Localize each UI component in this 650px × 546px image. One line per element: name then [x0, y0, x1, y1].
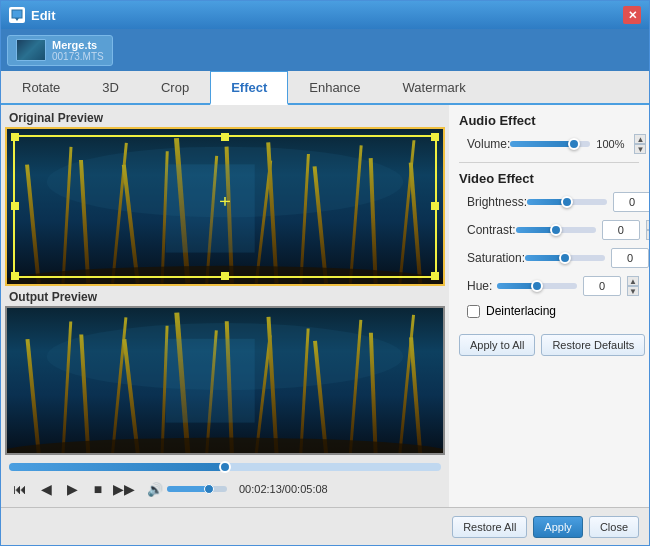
contrast-label: Contrast:	[467, 223, 516, 237]
output-preview-label: Output Preview	[5, 288, 445, 306]
next-frame-button[interactable]: ▶▶	[113, 479, 135, 499]
svg-rect-21	[166, 164, 255, 252]
volume-slider-thumb	[568, 138, 580, 150]
original-preview	[5, 127, 445, 286]
hue-label: Hue:	[467, 279, 497, 293]
hue-thumb	[531, 280, 543, 292]
contrast-down[interactable]: ▼	[646, 230, 649, 240]
file-bar: Merge.ts 00173.MTS	[1, 29, 649, 71]
hue-spinbox[interactable]: ▲ ▼	[627, 276, 639, 296]
volume-down[interactable]: ▼	[634, 144, 646, 154]
hue-down[interactable]: ▼	[627, 286, 639, 296]
apply-to-all-button[interactable]: Apply to All	[459, 334, 535, 356]
tab-rotate[interactable]: Rotate	[1, 71, 81, 105]
stop-button[interactable]: ■	[87, 479, 109, 499]
hue-up[interactable]: ▲	[627, 276, 639, 286]
volume-thumb	[204, 484, 214, 494]
video-effect-title: Video Effect	[459, 171, 639, 186]
saturation-row: Saturation: 0 ▲ ▼	[459, 248, 639, 268]
tab-effect[interactable]: Effect	[210, 71, 288, 105]
close-button[interactable]: ✕	[623, 6, 641, 24]
hue-row: Hue: 0 ▲ ▼	[459, 276, 639, 296]
window-title: Edit	[31, 8, 623, 23]
preview-panel: Original Preview	[1, 105, 449, 507]
saturation-input[interactable]: 0	[611, 248, 649, 268]
hue-input[interactable]: 0	[583, 276, 621, 296]
volume-row: Volume: 100% ▲ ▼	[459, 134, 639, 154]
controls-bar: ⏮ ◀ ▶ ■ ▶▶ 🔊 00:02:13/00:05:08	[5, 475, 445, 503]
tab-enhance[interactable]: Enhance	[288, 71, 381, 105]
svg-marker-1	[15, 18, 19, 21]
prev-frame-button[interactable]: ◀	[35, 479, 57, 499]
file-item[interactable]: Merge.ts 00173.MTS	[7, 35, 113, 66]
tab-bar: Rotate 3D Crop Effect Enhance Watermark	[1, 71, 649, 105]
tab-crop[interactable]: Crop	[140, 71, 210, 105]
svg-rect-0	[12, 10, 22, 18]
contrast-thumb	[550, 224, 562, 236]
svg-rect-44	[166, 338, 255, 422]
right-panel: Audio Effect Volume: 100% ▲ ▼ Vide	[449, 105, 649, 507]
skip-back-button[interactable]: ⏮	[9, 479, 31, 499]
restore-defaults-button[interactable]: Restore Defaults	[541, 334, 645, 356]
file-info: Merge.ts 00173.MTS	[52, 39, 104, 62]
brightness-slider[interactable]	[527, 199, 607, 205]
deinterlacing-row: Deinterlacing	[459, 304, 639, 318]
deinterlacing-checkbox[interactable]	[467, 305, 480, 318]
volume-slider-container: 100% ▲ ▼	[510, 134, 646, 154]
hue-slider[interactable]	[497, 283, 577, 289]
seek-bar-container	[5, 455, 445, 475]
volume-slider-fill	[510, 141, 574, 147]
volume-fill	[167, 486, 209, 492]
contrast-row: Contrast: 0 ▲ ▼	[459, 220, 639, 240]
brightness-thumb	[561, 196, 573, 208]
volume-value: 100%	[596, 138, 628, 150]
play-button[interactable]: ▶	[61, 479, 83, 499]
brightness-row: Brightness: 0 ▲ ▼	[459, 192, 639, 212]
saturation-thumb	[559, 252, 571, 264]
volume-bar[interactable]	[167, 486, 227, 492]
volume-spinbox[interactable]: ▲ ▼	[634, 134, 646, 154]
tab-watermark[interactable]: Watermark	[382, 71, 487, 105]
volume-section: 🔊	[147, 482, 227, 497]
deinterlacing-label: Deinterlacing	[486, 304, 556, 318]
contrast-up[interactable]: ▲	[646, 220, 649, 230]
original-preview-label: Original Preview	[5, 109, 445, 127]
original-video-bg	[7, 129, 443, 284]
hue-slider-container: 0 ▲ ▼	[497, 276, 639, 296]
volume-icon: 🔊	[147, 482, 163, 497]
file-name: Merge.ts	[52, 39, 104, 51]
brightness-input[interactable]: 0	[613, 192, 649, 212]
contrast-slider[interactable]	[516, 227, 596, 233]
output-preview	[5, 306, 445, 455]
contrast-input[interactable]: 0	[602, 220, 640, 240]
bottom-bar: Restore All Apply Close	[1, 507, 649, 545]
app-icon	[9, 7, 25, 23]
audio-effect-title: Audio Effect	[459, 113, 639, 128]
saturation-slider-container: 0 ▲ ▼	[525, 248, 649, 268]
seek-thumb	[219, 461, 231, 473]
restore-all-button[interactable]: Restore All	[452, 516, 527, 538]
apply-button[interactable]: Apply	[533, 516, 583, 538]
volume-slider[interactable]	[510, 141, 590, 147]
saturation-slider[interactable]	[525, 255, 605, 261]
brightness-slider-container: 0 ▲ ▼	[527, 192, 649, 212]
brightness-label: Brightness:	[467, 195, 527, 209]
timecode: 00:02:13/00:05:08	[239, 483, 328, 495]
file-sub: 00173.MTS	[52, 51, 104, 62]
effect-action-buttons: Apply to All Restore Defaults	[459, 334, 639, 356]
file-thumbnail	[16, 39, 46, 61]
volume-label: Volume:	[467, 137, 510, 151]
close-dialog-button[interactable]: Close	[589, 516, 639, 538]
saturation-label: Saturation:	[467, 251, 525, 265]
seek-bar[interactable]	[9, 463, 441, 471]
contrast-slider-container: 0 ▲ ▼	[516, 220, 649, 240]
volume-up[interactable]: ▲	[634, 134, 646, 144]
contrast-spinbox[interactable]: ▲ ▼	[646, 220, 649, 240]
title-bar: Edit ✕	[1, 1, 649, 29]
divider-audio-video	[459, 162, 639, 163]
seek-bar-fill	[9, 463, 225, 471]
tab-3d[interactable]: 3D	[81, 71, 140, 105]
edit-window: Edit ✕ Merge.ts 00173.MTS Rotate 3D Crop…	[0, 0, 650, 546]
main-content: Original Preview	[1, 105, 649, 507]
